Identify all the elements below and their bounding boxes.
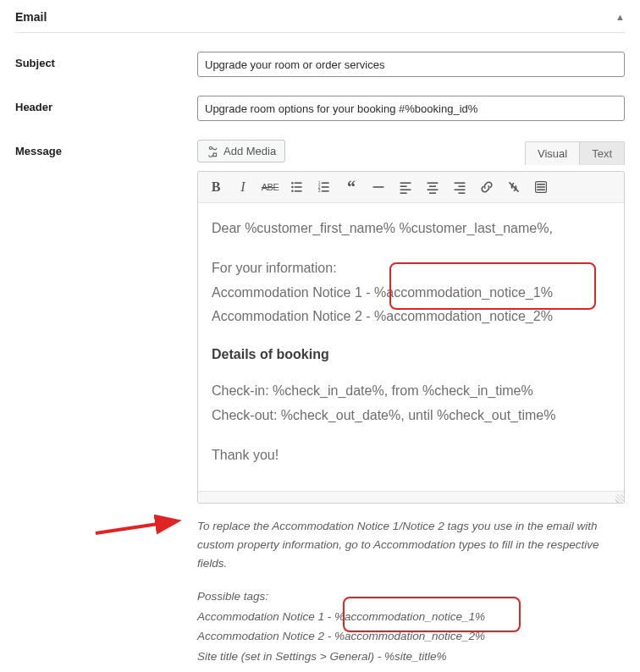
- svg-rect-14: [400, 182, 411, 184]
- svg-rect-24: [455, 189, 466, 190]
- editor-box: B I ABE 123 “: [197, 171, 625, 504]
- media-icon: [207, 146, 218, 157]
- svg-rect-18: [428, 182, 439, 184]
- svg-text:3: 3: [318, 189, 321, 193]
- section-title: Email: [15, 10, 47, 24]
- tab-text[interactable]: Text: [579, 142, 624, 165]
- editor-notice-1: Accommodation Notice 1 - %accommodation_…: [212, 283, 610, 304]
- align-center-button[interactable]: [420, 175, 445, 199]
- svg-rect-22: [455, 182, 466, 184]
- header-input[interactable]: [197, 96, 625, 121]
- row-header: Header: [15, 96, 625, 121]
- svg-rect-16: [400, 189, 411, 190]
- editor-resize-handle[interactable]: [198, 491, 624, 503]
- svg-rect-28: [537, 186, 545, 188]
- help-replace-info: To replace the Accommodation Notice 1/No…: [197, 517, 625, 572]
- ordered-list-button[interactable]: 123: [312, 175, 337, 199]
- add-media-label: Add Media: [223, 145, 276, 157]
- svg-rect-27: [537, 184, 545, 185]
- collapse-caret-icon: ▲: [615, 12, 625, 22]
- svg-rect-17: [400, 192, 407, 194]
- help-possible-tags-label: Possible tags:: [197, 587, 625, 606]
- svg-point-3: [291, 186, 293, 188]
- editor-checkin: Check-in: %check_in_date%, from %check_i…: [212, 381, 610, 402]
- unlink-button[interactable]: [501, 175, 527, 199]
- svg-point-1: [291, 182, 293, 184]
- svg-point-0: [209, 146, 212, 149]
- editor-checkout: Check-out: %check_out_date%, until %chec…: [212, 405, 610, 427]
- editor-details-heading: Details of booking: [212, 344, 610, 366]
- row-message: Message Add Media Visual Text B I: [15, 140, 625, 672]
- bold-button[interactable]: B: [203, 175, 229, 199]
- svg-rect-29: [537, 189, 545, 190]
- svg-rect-25: [458, 192, 465, 194]
- add-media-button[interactable]: Add Media: [197, 140, 285, 162]
- svg-point-5: [291, 190, 293, 192]
- svg-rect-4: [295, 186, 302, 188]
- row-subject: Subject: [15, 52, 625, 77]
- svg-rect-15: [400, 185, 407, 187]
- help-tag-4: Booking ID - %booking_id%: [197, 668, 625, 672]
- svg-rect-6: [295, 190, 302, 192]
- svg-line-31: [96, 521, 175, 533]
- svg-rect-21: [429, 192, 436, 194]
- tab-visual[interactable]: Visual: [526, 142, 579, 165]
- align-left-button[interactable]: [393, 175, 418, 199]
- align-right-button[interactable]: [447, 175, 472, 199]
- message-editor[interactable]: Dear %customer_first_name% %customer_las…: [198, 203, 624, 491]
- toolbar-toggle-button[interactable]: [528, 175, 554, 199]
- editor-greeting: Dear %customer_first_name% %customer_las…: [212, 218, 610, 240]
- strikethrough-button[interactable]: ABE: [257, 175, 283, 199]
- svg-rect-19: [429, 185, 436, 187]
- blockquote-button[interactable]: “: [339, 175, 364, 199]
- svg-rect-10: [322, 186, 329, 188]
- editor-thanks: Thank you!: [212, 445, 610, 466]
- help-tag-2: Accommodation Notice 2 - %accommodation_…: [197, 627, 625, 646]
- svg-rect-8: [322, 182, 329, 184]
- message-label: Message: [15, 140, 197, 157]
- svg-rect-23: [458, 185, 465, 187]
- editor-notice-2: Accommodation Notice 2 - %accommodation_…: [212, 306, 610, 328]
- help-tag-3: Site title (set in Settings > General) -…: [197, 647, 625, 666]
- link-button[interactable]: [474, 175, 499, 199]
- editor-toolbar: B I ABE 123 “: [198, 172, 624, 203]
- section-header[interactable]: Email ▲: [15, 7, 625, 33]
- bullet-list-button[interactable]: [284, 175, 310, 199]
- italic-button[interactable]: I: [230, 175, 256, 199]
- help-tag-1: Accommodation Notice 1 - %accommodation_…: [197, 608, 625, 626]
- annotation-arrow-icon: [91, 512, 192, 563]
- svg-rect-2: [295, 182, 302, 184]
- svg-rect-13: [373, 186, 384, 188]
- svg-rect-20: [428, 189, 439, 190]
- horizontal-rule-button[interactable]: [366, 175, 391, 199]
- subject-label: Subject: [15, 52, 197, 69]
- editor-tabs: Visual Text: [525, 141, 625, 165]
- help-text: To replace the Accommodation Notice 1/No…: [197, 517, 625, 672]
- header-label: Header: [15, 96, 197, 113]
- subject-input[interactable]: [197, 52, 625, 77]
- editor-fyi: For your information:: [212, 258, 610, 279]
- svg-rect-12: [322, 190, 329, 192]
